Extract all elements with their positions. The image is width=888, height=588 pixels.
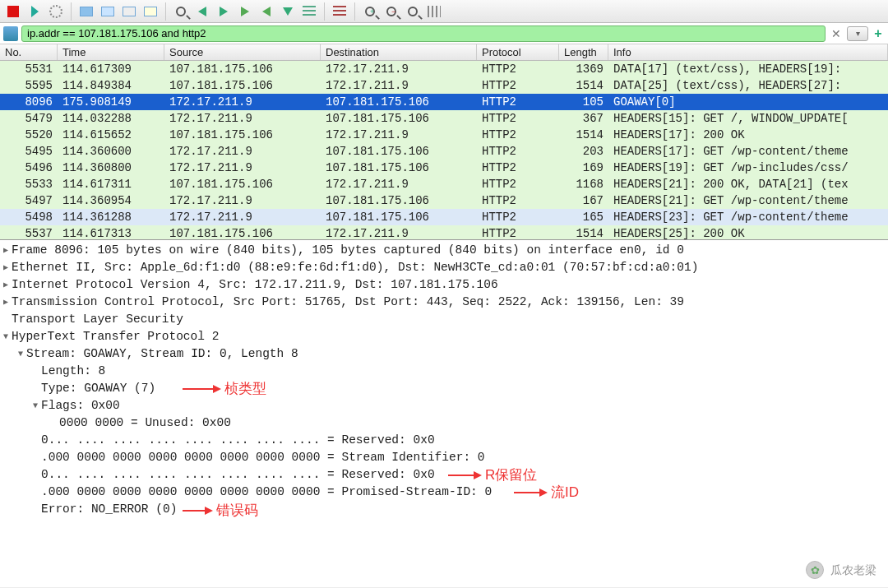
clear-filter-button[interactable]: ✕ — [829, 26, 844, 41]
find-packet-button[interactable] — [171, 2, 191, 21]
packet-row[interactable]: 5533114.617311107.181.175.106172.17.211.… — [0, 176, 888, 192]
tree-type[interactable]: Type: GOAWAY (7) — [0, 380, 888, 397]
watermark-text: 瓜农老梁 — [830, 562, 876, 579]
watermark: ✿ 瓜农老梁 — [806, 561, 876, 579]
watermark-icon: ✿ — [806, 561, 824, 579]
zoom-out-button[interactable] — [382, 2, 401, 21]
packet-row[interactable]: 5531114.617309107.181.175.106172.17.211.… — [0, 61, 888, 77]
add-filter-button[interactable]: + — [872, 26, 885, 41]
filter-history-dropdown[interactable] — [847, 26, 868, 41]
reload-file-button[interactable] — [141, 2, 160, 21]
tree-tls[interactable]: Transport Layer Security — [0, 311, 888, 328]
display-filter-input[interactable] — [21, 25, 826, 42]
tree-error[interactable]: Error: NO_ERROR (0) — [0, 501, 888, 518]
col-source[interactable]: Source — [164, 44, 321, 61]
tree-reserved1[interactable]: 0... .... .... .... .... .... .... .... … — [0, 432, 888, 449]
save-file-button[interactable] — [98, 2, 118, 21]
tree-ip[interactable]: ▶Internet Protocol Version 4, Src: 172.1… — [0, 276, 888, 294]
packet-row[interactable]: 5495114.360600172.17.211.9107.181.175.10… — [0, 143, 888, 160]
packet-row[interactable]: 5496114.360800172.17.211.9107.181.175.10… — [0, 160, 888, 176]
tree-promised[interactable]: .000 0000 0000 0000 0000 0000 0000 0000 … — [0, 484, 888, 501]
zoom-in-button[interactable] — [360, 2, 380, 21]
packet-row[interactable]: 5498114.361288172.17.211.9107.181.175.10… — [0, 209, 888, 225]
packet-details-pane[interactable]: ▶Frame 8096: 105 bytes on wire (840 bits… — [0, 240, 888, 587]
go-previous-button[interactable] — [192, 2, 212, 21]
tree-tcp[interactable]: ▶Transmission Control Protocol, Src Port… — [0, 294, 888, 311]
tree-ethernet[interactable]: ▶Ethernet II, Src: Apple_6d:f1:d0 (88:e9… — [0, 259, 888, 276]
auto-scroll-button[interactable] — [299, 2, 319, 21]
colorize-button[interactable] — [330, 2, 349, 21]
go-first-button[interactable] — [257, 2, 276, 21]
start-capture-button[interactable] — [25, 2, 44, 21]
main-toolbar — [0, 0, 888, 23]
col-time[interactable]: Time — [58, 44, 164, 61]
display-filter-bar: ✕ + — [0, 23, 888, 44]
open-file-button[interactable] — [76, 2, 96, 21]
stop-capture-button[interactable] — [3, 2, 23, 21]
restart-capture-button[interactable] — [46, 2, 66, 21]
packet-list-header: No. Time Source Destination Protocol Len… — [0, 44, 888, 61]
tree-unused[interactable]: 0000 0000 = Unused: 0x00 — [0, 414, 888, 432]
col-no[interactable]: No. — [0, 44, 58, 61]
packet-row[interactable]: 5595114.849384107.181.175.106172.17.211.… — [0, 77, 888, 94]
col-destination[interactable]: Destination — [321, 44, 477, 61]
close-file-button[interactable] — [119, 2, 139, 21]
tree-reserved2[interactable]: 0... .... .... .... .... .... .... .... … — [0, 466, 888, 484]
packet-row[interactable]: 5479114.032288172.17.211.9107.181.175.10… — [0, 110, 888, 127]
packet-list-body[interactable]: 5531114.617309107.181.175.106172.17.211.… — [0, 61, 888, 240]
col-length[interactable]: Length — [559, 44, 608, 61]
packet-row[interactable]: 5520114.615652107.181.175.106172.17.211.… — [0, 127, 888, 143]
tree-flags[interactable]: ▼Flags: 0x00 — [0, 397, 888, 414]
tree-stream[interactable]: ▼Stream: GOAWAY, Stream ID: 0, Length 8 — [0, 345, 888, 363]
resize-columns-button[interactable] — [424, 2, 444, 21]
tree-streamid[interactable]: .000 0000 0000 0000 0000 0000 0000 0000 … — [0, 449, 888, 466]
col-info[interactable]: Info — [608, 44, 888, 61]
col-protocol[interactable]: Protocol — [477, 44, 559, 61]
tree-http2[interactable]: ▼HyperText Transfer Protocol 2 — [0, 328, 888, 345]
go-to-button[interactable] — [235, 2, 255, 21]
packet-list-pane: No. Time Source Destination Protocol Len… — [0, 44, 888, 240]
go-next-button[interactable] — [214, 2, 234, 21]
go-last-button[interactable] — [278, 2, 298, 21]
zoom-reset-button[interactable] — [403, 2, 423, 21]
bookmark-filter-icon[interactable] — [3, 26, 18, 41]
packet-row[interactable]: 8096175.908149172.17.211.9107.181.175.10… — [0, 94, 888, 110]
packet-row[interactable]: 5497114.360954172.17.211.9107.181.175.10… — [0, 192, 888, 209]
tree-length[interactable]: Length: 8 — [0, 363, 888, 380]
tree-frame[interactable]: ▶Frame 8096: 105 bytes on wire (840 bits… — [0, 242, 888, 259]
packet-row[interactable]: 5537114.617313107.181.175.106172.17.211.… — [0, 225, 888, 240]
